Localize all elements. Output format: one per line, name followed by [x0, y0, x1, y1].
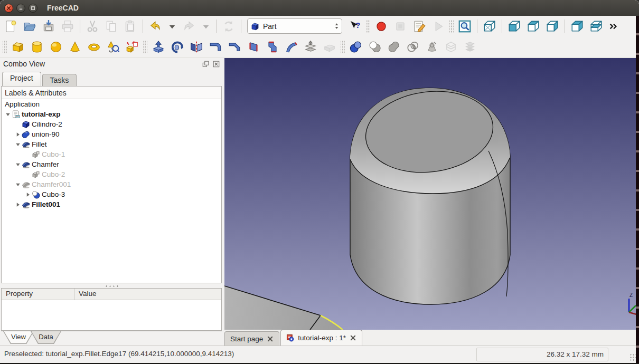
tree-item-union-90[interactable]: union-90	[2, 129, 221, 139]
refresh-button[interactable]	[220, 18, 238, 35]
cut-button[interactable]	[83, 18, 101, 35]
expander-closed[interactable]	[24, 191, 32, 198]
part-offset-button[interactable]	[302, 39, 320, 55]
property-column-header[interactable]: Property	[2, 289, 74, 300]
macro-record-button[interactable]	[372, 18, 390, 35]
toolbar-handle[interactable]	[143, 41, 147, 53]
expander-closed[interactable]	[14, 131, 22, 138]
part-cylinder-button[interactable]	[28, 39, 46, 55]
part-cross-sections-button[interactable]	[442, 39, 460, 55]
panel-close-button[interactable]	[212, 60, 220, 68]
save-icon	[42, 20, 55, 33]
copy-button[interactable]	[102, 18, 120, 35]
view-right-button[interactable]	[543, 18, 561, 35]
toolbar-overflow-button[interactable]	[606, 18, 620, 35]
toolbar-handle[interactable]	[449, 20, 454, 33]
part-loft-button[interactable]	[264, 39, 281, 55]
macro-edit-button[interactable]	[410, 18, 428, 35]
tab-tasks[interactable]: Tasks	[42, 74, 77, 86]
save-file-button[interactable]	[40, 18, 58, 35]
tab-view[interactable]: View	[3, 331, 34, 344]
tree-header: Labels & Attributes	[2, 87, 221, 99]
part-shape-builder-button[interactable]	[123, 39, 141, 55]
value-column-header[interactable]: Value	[74, 289, 97, 300]
tree-item-label: Application	[5, 100, 40, 108]
part-cross-section-button[interactable]	[423, 39, 441, 55]
print-button[interactable]	[59, 18, 77, 35]
tree-item-chamfer[interactable]: Chamfer	[2, 159, 221, 169]
toolbar-handle[interactable]	[366, 20, 370, 33]
3d-scene[interactable]: Z Y X	[224, 58, 636, 330]
view-rear-button[interactable]	[568, 18, 586, 35]
window-minimize-button[interactable]	[16, 4, 25, 13]
document-tab-start-page[interactable]: Start page	[224, 331, 279, 346]
undo-menu-button[interactable]	[165, 18, 179, 35]
tree-item-fillet[interactable]: Fillet	[2, 139, 221, 149]
open-file-button[interactable]	[21, 18, 39, 35]
workbench-selector[interactable]: Part	[247, 18, 342, 34]
document-tab-tutorial-exp-1-[interactable]: tutorial-exp : 1*	[280, 330, 362, 346]
view-bottom-button[interactable]	[587, 18, 605, 35]
part-ruled-surface-button[interactable]	[245, 39, 262, 55]
part-extrude-button[interactable]	[149, 39, 167, 55]
part-intersection-button[interactable]	[404, 39, 422, 55]
part-fillet-button[interactable]	[206, 39, 224, 55]
tree-item-fillet001[interactable]: Fillet001	[2, 199, 221, 209]
part-union-button[interactable]	[385, 39, 403, 55]
window-maximize-button[interactable]	[29, 4, 37, 13]
tree-item-label: Chamfer001	[32, 180, 71, 188]
new-file-button[interactable]	[2, 18, 20, 35]
window-close-button[interactable]	[4, 4, 13, 13]
tree-item-tutorial-exp[interactable]: tutorial-exp	[2, 109, 221, 119]
stop-icon	[393, 20, 407, 33]
expander-open[interactable]	[4, 111, 12, 118]
copy-icon	[105, 20, 118, 33]
tab-project[interactable]: Project	[2, 72, 41, 86]
macro-stop-button[interactable]	[391, 18, 409, 35]
view-fit-all-button[interactable]	[456, 18, 474, 35]
close-tab-button[interactable]	[267, 336, 274, 342]
view-axonometric-button[interactable]	[481, 18, 499, 35]
macro-play-button[interactable]	[429, 18, 447, 35]
part-mirror-button[interactable]	[187, 39, 205, 55]
undo-button[interactable]	[146, 18, 164, 35]
part-torus-button[interactable]	[85, 39, 103, 55]
tree-item-cubo-2[interactable]: Cubo-2	[2, 169, 221, 179]
expander-open[interactable]	[14, 141, 22, 148]
whats-this-button[interactable]: ?	[346, 18, 364, 35]
expander-open[interactable]	[14, 181, 22, 188]
redo-icon	[182, 20, 196, 33]
part-thickness-button[interactable]	[321, 39, 339, 55]
tree-item-chamfer001[interactable]: Chamfer001	[2, 179, 221, 189]
tree-item-application[interactable]: Application	[2, 99, 221, 109]
part-cone-button[interactable]	[66, 39, 84, 55]
part-boolean-button[interactable]	[347, 39, 365, 55]
tree-item-cilindro-2[interactable]: Cilindro-2	[2, 119, 221, 129]
panel-float-button[interactable]	[202, 60, 210, 68]
tree-item-cubo-1[interactable]: Cubo-1	[2, 149, 221, 159]
filleted-cylinder[interactable]	[350, 84, 510, 304]
part-sphere-button[interactable]	[47, 39, 65, 55]
redo-button[interactable]	[180, 18, 198, 35]
part-cut-button[interactable]	[366, 39, 384, 55]
part-chamfer-button[interactable]	[225, 39, 243, 55]
close-tab-button[interactable]	[350, 334, 356, 341]
view-top-button[interactable]	[524, 18, 542, 35]
view-front-button[interactable]	[505, 18, 523, 35]
chevron-down-icon	[5, 111, 11, 118]
redo-menu-button[interactable]	[199, 18, 213, 35]
3d-viewport[interactable]: Z Y X Start pagetutorial-exp : 1*	[224, 58, 636, 346]
toolbar-handle[interactable]	[341, 41, 345, 53]
part-box-button[interactable]	[9, 39, 27, 55]
expander-open[interactable]	[14, 161, 22, 168]
panel-splitter[interactable]	[1, 284, 222, 288]
tab-data[interactable]: Data	[31, 331, 61, 344]
tree-item-cubo-3[interactable]: Cubo-3	[2, 189, 221, 199]
toolbar-handle[interactable]	[3, 41, 7, 53]
part-compound-button[interactable]	[461, 39, 479, 55]
part-revolve-button[interactable]	[168, 39, 186, 55]
part-primitives-button[interactable]	[104, 39, 122, 55]
part-sweep-button[interactable]	[283, 39, 300, 55]
expander-closed[interactable]	[14, 202, 22, 208]
paste-button[interactable]	[121, 18, 139, 35]
